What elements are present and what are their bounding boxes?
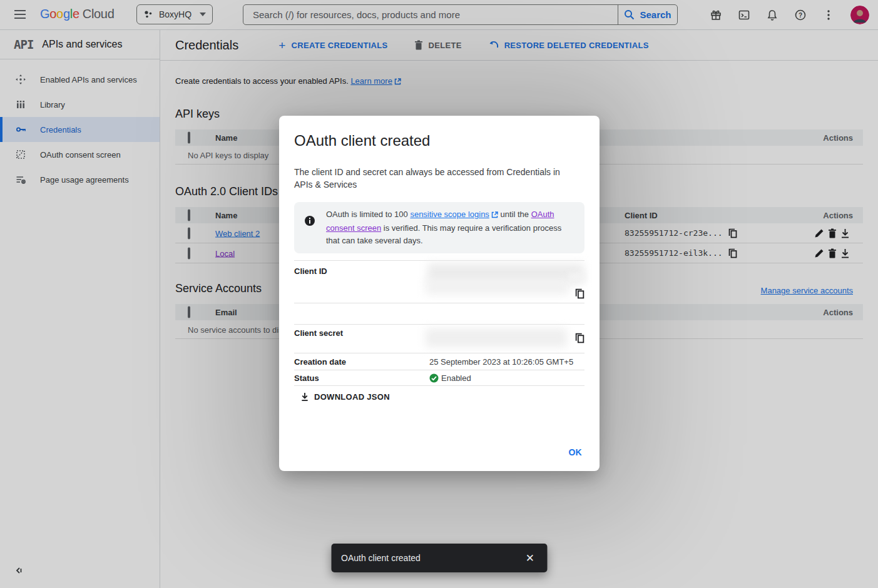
notice-text: OAuth is limited to 100 sensitive scope … — [326, 208, 574, 247]
download-json-button[interactable]: DOWNLOAD JSON — [300, 392, 390, 402]
dialog-description: The client ID and secret can always be a… — [294, 166, 576, 191]
snackbar-toast: OAuth client created ✕ — [331, 544, 547, 572]
client-secret-label: Client secret — [294, 328, 343, 338]
notice-pre: OAuth is limited to 100 — [326, 210, 410, 219]
creation-date-row: Creation date 25 September 2023 at 10:26… — [294, 353, 584, 370]
copy-icon[interactable] — [575, 333, 584, 343]
sensitive-scope-logins-link[interactable]: sensitive scope logins — [410, 210, 489, 219]
download-json-label: DOWNLOAD JSON — [314, 392, 390, 402]
toast-message: OAuth client created — [341, 553, 523, 563]
info-icon — [304, 215, 315, 247]
redacted-client-secret — [426, 328, 567, 347]
client-id-row: Client ID — [294, 260, 584, 303]
status-label: Status — [294, 373, 429, 383]
creation-date-label: Creation date — [294, 357, 429, 367]
oauth-client-created-dialog: OAuth client created The client ID and s… — [279, 116, 600, 471]
status-enabled-icon — [429, 373, 439, 383]
ok-button[interactable]: OK — [568, 447, 582, 457]
copy-icon[interactable] — [575, 288, 584, 299]
status-row: Status Enabled — [294, 370, 584, 386]
spacer-row — [294, 303, 584, 324]
client-secret-row: Client secret — [294, 324, 584, 353]
external-link-icon — [491, 210, 498, 222]
redacted-client-id — [426, 280, 569, 295]
status-value: Enabled — [441, 373, 471, 383]
notice-mid: until the — [498, 210, 531, 219]
credential-details: Client ID Client secret Creation date 25… — [294, 260, 584, 386]
verification-notice: OAuth is limited to 100 sensitive scope … — [294, 202, 584, 253]
client-id-label: Client ID — [294, 266, 327, 276]
creation-date-value: 25 September 2023 at 10:26:05 GMT+5 — [429, 357, 573, 367]
status-value-wrap: Enabled — [429, 373, 471, 383]
close-icon[interactable]: ✕ — [523, 549, 537, 567]
redacted-client-id — [568, 272, 584, 282]
download-icon — [300, 392, 309, 402]
dialog-title: OAuth client created — [294, 132, 584, 150]
